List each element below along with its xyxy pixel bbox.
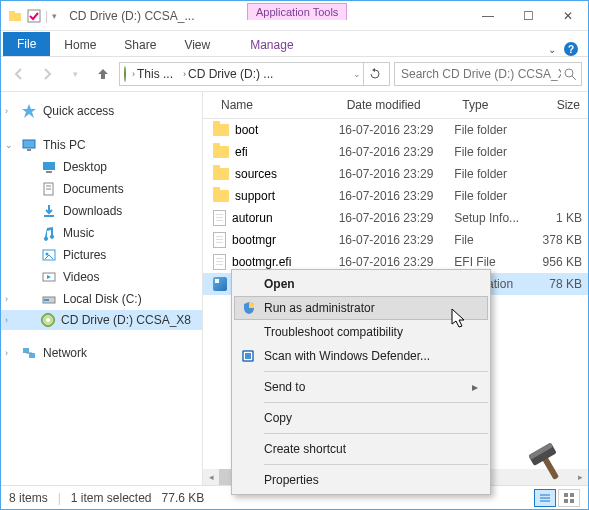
scroll-right-btn[interactable]: ▸: [572, 469, 588, 485]
file-row[interactable]: autorun16-07-2016 23:29Setup Info...1 KB: [203, 207, 588, 229]
ribbon-right: ⌄ ?: [548, 42, 588, 56]
svg-point-3: [565, 69, 573, 77]
nav-this-pc[interactable]: ⌄ This PC: [1, 134, 202, 156]
column-date[interactable]: Date modified: [339, 92, 455, 118]
nav-videos[interactable]: Videos: [1, 266, 202, 288]
svg-rect-5: [23, 140, 35, 148]
help-icon[interactable]: ?: [564, 42, 578, 56]
icons-view-button[interactable]: [558, 489, 580, 507]
breadcrumb-current[interactable]: CD Drive (D:) ...: [188, 67, 273, 81]
ctx-troubleshoot[interactable]: Troubleshoot compatibility: [234, 320, 488, 344]
ctx-label: Create shortcut: [264, 442, 346, 456]
chevron-right-icon[interactable]: ›: [5, 315, 8, 325]
ctx-copy[interactable]: Copy: [234, 406, 488, 430]
cell-size: 78 KB: [538, 277, 588, 291]
cell-type: File: [454, 233, 538, 247]
search-input[interactable]: [399, 66, 563, 82]
nav-label: Videos: [63, 270, 99, 284]
column-size[interactable]: Size: [538, 92, 588, 118]
column-type[interactable]: Type: [454, 92, 538, 118]
nav-history-button[interactable]: ▾: [63, 62, 87, 86]
breadcrumb-dropdown-icon[interactable]: ⌄: [353, 69, 361, 79]
nav-label: Documents: [63, 182, 124, 196]
column-name[interactable]: Name: [213, 92, 339, 118]
file-name: support: [235, 189, 275, 203]
qat-dropdown-icon[interactable]: ▾: [52, 11, 57, 21]
ctx-send-to[interactable]: Send to▸: [234, 375, 488, 399]
nav-documents[interactable]: Documents: [1, 178, 202, 200]
breadcrumb[interactable]: ›This ... ›CD Drive (D:) ... ⌄: [119, 62, 390, 86]
ctx-run-admin[interactable]: Run as administrator: [234, 296, 488, 320]
monitor-icon: [21, 137, 37, 153]
nav-local-disk[interactable]: › Local Disk (C:): [1, 288, 202, 310]
breadcrumb-crumb[interactable]: ›This ...: [128, 67, 177, 81]
file-row[interactable]: support16-07-2016 23:29File folder: [203, 185, 588, 207]
cell-date: 16-07-2016 23:29: [339, 123, 455, 137]
file-name: efi: [235, 145, 248, 159]
nav-cd-drive[interactable]: › CD Drive (D:) CCSA_X8: [1, 310, 202, 330]
refresh-icon: [369, 68, 381, 80]
chevron-right-icon[interactable]: ›: [5, 294, 8, 304]
file-name: bootmgr: [232, 233, 276, 247]
tab-view[interactable]: View: [170, 34, 224, 56]
scroll-left-btn[interactable]: ◂: [203, 469, 219, 485]
cell-size: 1 KB: [538, 211, 588, 225]
nav-network[interactable]: › Network: [1, 342, 202, 364]
ribbon-expand-icon[interactable]: ⌄: [548, 44, 556, 55]
cell-date: 16-07-2016 23:29: [339, 167, 455, 181]
desktop-icon: [41, 159, 57, 175]
cell-type: Setup Info...: [454, 211, 538, 225]
nav-music[interactable]: Music: [1, 222, 202, 244]
file-row[interactable]: boot16-07-2016 23:29File folder: [203, 119, 588, 141]
chevron-right-icon[interactable]: ›: [5, 348, 8, 358]
forward-arrow-icon: [39, 66, 55, 82]
refresh-button[interactable]: [363, 63, 385, 85]
svg-line-4: [572, 76, 576, 80]
column-headers: Name Date modified Type Size: [203, 92, 588, 119]
cell-type: File folder: [454, 123, 538, 137]
minimize-button[interactable]: —: [468, 2, 508, 30]
cell-type: File folder: [454, 167, 538, 181]
properties-checkbox-icon[interactable]: [27, 9, 41, 23]
nav-back-button[interactable]: [7, 62, 31, 86]
nav-up-button[interactable]: [91, 62, 115, 86]
tab-manage[interactable]: Manage: [236, 34, 307, 56]
nav-desktop[interactable]: Desktop: [1, 156, 202, 178]
nav-quick-access[interactable]: › Quick access: [1, 100, 202, 122]
tab-home[interactable]: Home: [50, 34, 110, 56]
ctx-scan-defender[interactable]: Scan with Windows Defender...: [234, 344, 488, 368]
svg-rect-29: [245, 353, 251, 359]
tab-file[interactable]: File: [3, 32, 50, 56]
ctx-open[interactable]: Open: [234, 272, 488, 296]
cell-name: sources: [213, 167, 339, 181]
ctx-properties[interactable]: Properties: [234, 468, 488, 492]
nav-forward-button[interactable]: [35, 62, 59, 86]
svg-rect-6: [27, 149, 31, 151]
svg-rect-25: [570, 493, 574, 497]
folder-icon: [213, 146, 229, 158]
close-button[interactable]: ✕: [548, 2, 588, 30]
window-title: CD Drive (D:) CCSA_...: [69, 9, 194, 23]
file-row[interactable]: bootmgr16-07-2016 23:29File378 KB: [203, 229, 588, 251]
disc-icon: [41, 313, 55, 327]
cell-size: 378 KB: [538, 233, 588, 247]
ctx-label: Scan with Windows Defender...: [264, 349, 430, 363]
cell-name: support: [213, 189, 339, 203]
file-row[interactable]: sources16-07-2016 23:29File folder: [203, 163, 588, 185]
ctx-create-shortcut[interactable]: Create shortcut: [234, 437, 488, 461]
nav-label: Pictures: [63, 248, 106, 262]
status-item-count: 8 items: [9, 491, 48, 505]
file-row[interactable]: efi16-07-2016 23:29File folder: [203, 141, 588, 163]
details-view-button[interactable]: [534, 489, 556, 507]
nav-label: Downloads: [63, 204, 122, 218]
maximize-button[interactable]: ☐: [508, 2, 548, 30]
breadcrumb-crumb[interactable]: ›CD Drive (D:) ...: [179, 67, 277, 81]
nav-pictures[interactable]: Pictures: [1, 244, 202, 266]
search-box[interactable]: [394, 62, 582, 86]
folder-icon: [213, 124, 229, 136]
chevron-down-icon[interactable]: ⌄: [5, 140, 13, 150]
breadcrumb-root[interactable]: This ...: [137, 67, 173, 81]
nav-downloads[interactable]: Downloads: [1, 200, 202, 222]
tab-share[interactable]: Share: [110, 34, 170, 56]
chevron-right-icon[interactable]: ›: [5, 106, 8, 116]
